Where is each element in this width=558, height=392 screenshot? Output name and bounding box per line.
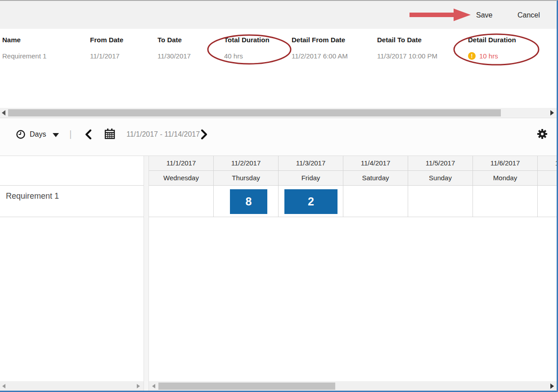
date-header-cell: 11/4/2017	[343, 156, 408, 171]
cell-value-warning: ! 10 hrs	[468, 52, 498, 60]
gear-icon[interactable]	[537, 129, 548, 139]
day-cell[interactable]: 8	[214, 186, 279, 217]
day-cell[interactable]	[343, 186, 408, 217]
timeline-pane: 11/1/2017 11/2/2017 11/3/2017 11/4/2017 …	[149, 156, 557, 381]
column-header: Detail To Date	[377, 36, 422, 44]
column-header: Detail Duration	[468, 36, 516, 44]
detail-duration-text: 10 hrs	[479, 52, 498, 60]
scrollbar-thumb[interactable]	[158, 383, 335, 390]
allocation-bar-friday[interactable]: 2	[284, 189, 338, 214]
scheduler-window: Save Cancel Name Requirement 1 From Date…	[0, 0, 558, 392]
day-cell[interactable]	[408, 186, 473, 217]
annotation-arrow-icon	[409, 8, 472, 22]
toolbar-separator: |	[69, 129, 72, 139]
date-range-label: 11/1/2017 - 11/14/2017	[126, 130, 200, 138]
scroll-right-arrow-icon[interactable]	[550, 110, 554, 116]
date-header-cell: 11/6/2017	[473, 156, 538, 171]
view-mode-dropdown[interactable]: Days	[30, 130, 46, 138]
day-cell[interactable]	[538, 186, 557, 217]
day-header-cell: Monday	[473, 171, 538, 186]
day-header-row: Wednesday Thursday Friday Saturday Sunda…	[149, 171, 557, 186]
scrollbar-thumb[interactable]	[8, 109, 501, 116]
cell-value: 11/2/2017 6:00 AM	[292, 52, 348, 60]
next-chevron-icon[interactable]	[201, 129, 208, 139]
day-header-cell: Tuesday	[538, 171, 557, 186]
resource-pane-header	[0, 156, 144, 186]
dropdown-caret-icon[interactable]	[53, 133, 59, 137]
column-header: Total Duration	[224, 36, 270, 44]
resource-pane: Requirement 1	[0, 156, 144, 381]
cell-value: 40 hrs	[224, 52, 243, 60]
cell-value: 11/30/2017	[158, 52, 191, 60]
timeline-pane-hscrollbar[interactable]	[149, 381, 557, 391]
scroll-left-arrow-icon[interactable]	[2, 110, 5, 116]
detail-grid-hscrollbar[interactable]	[0, 108, 557, 118]
day-header-cell: Wednesday	[149, 171, 214, 186]
timeline-toolbar: Days | 11/1/2017 - 11/14/2017	[0, 119, 557, 156]
date-header-cell: 11/2/2017	[214, 156, 279, 171]
clock-icon[interactable]	[16, 129, 26, 139]
exclamation-circle-icon[interactable]: !	[468, 52, 476, 60]
requirement-detail-grid: Name Requirement 1 From Date 11/1/2017 T…	[0, 29, 557, 108]
scroll-right-arrow-icon[interactable]	[137, 384, 140, 388]
column-header: From Date	[90, 36, 123, 44]
resource-pane-hscrollbar[interactable]	[0, 381, 144, 391]
resource-row[interactable]: Requirement 1	[0, 186, 144, 217]
prev-chevron-icon[interactable]	[85, 129, 92, 139]
scroll-left-arrow-icon[interactable]	[152, 384, 155, 388]
allocation-bar-thursday[interactable]: 8	[230, 189, 267, 214]
day-header-cell: Sunday	[408, 171, 473, 186]
day-header-cell: Thursday	[214, 171, 279, 186]
day-cell[interactable]	[473, 186, 538, 217]
top-action-bar: Save Cancel	[0, 1, 557, 29]
scroll-right-arrow-icon[interactable]	[550, 383, 554, 389]
day-cell[interactable]: 2	[279, 186, 343, 217]
scroll-left-arrow-icon[interactable]	[2, 384, 5, 388]
day-header-cell: Saturday	[343, 171, 408, 186]
cancel-button[interactable]: Cancel	[518, 11, 540, 19]
calendar-icon[interactable]	[104, 128, 115, 140]
date-header-cell: 11/7/2017	[538, 156, 557, 171]
column-header: To Date	[158, 36, 182, 44]
column-header: Name	[2, 36, 21, 44]
date-header-cell: 11/5/2017	[408, 156, 473, 171]
save-button[interactable]: Save	[476, 11, 492, 19]
column-header: Detail From Date	[292, 36, 345, 44]
pane-splitter[interactable]	[144, 156, 149, 391]
date-header-row: 11/1/2017 11/2/2017 11/3/2017 11/4/2017 …	[149, 156, 557, 171]
date-header-cell: 11/3/2017	[279, 156, 343, 171]
day-header-cell: Friday	[279, 171, 343, 186]
cell-value: Requirement 1	[2, 52, 46, 60]
cell-value: 11/1/2017	[90, 52, 120, 60]
allocation-row: 8 2	[149, 186, 557, 217]
date-header-cell: 11/1/2017	[149, 156, 214, 171]
cell-value: 11/3/2017 10:00 PM	[377, 52, 437, 60]
day-cell[interactable]	[149, 186, 214, 217]
